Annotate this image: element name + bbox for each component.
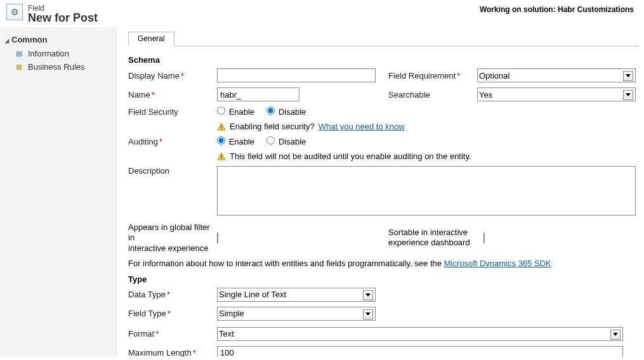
schema-heading: Schema (128, 55, 639, 65)
sidebar-item-label: Information (28, 49, 69, 58)
format-select[interactable]: Text (217, 327, 623, 341)
auditing-label: Auditing* (128, 137, 217, 146)
sortable-dashboard-label: Sortable in interactive experience dashb… (388, 228, 483, 248)
field-requirement-select[interactable]: Optional (477, 68, 636, 82)
field-type-label: Field Type* (128, 309, 217, 318)
warning-icon (217, 152, 226, 161)
svg-rect-4 (221, 155, 221, 157)
security-note-link[interactable]: What you need to know (319, 122, 405, 131)
auditing-disable[interactable]: Disable (266, 136, 306, 146)
name-input[interactable] (217, 87, 299, 101)
description-label: Description (128, 166, 217, 176)
data-type-select[interactable]: Single Line of Text (217, 288, 376, 302)
type-heading: Type (128, 274, 639, 284)
field-requirement-label: Field Requirement* (388, 71, 477, 80)
svg-rect-2 (221, 128, 221, 129)
field-security-disable[interactable]: Disable (266, 106, 306, 117)
sidebar-item-label: Business Rules (28, 62, 85, 72)
left-sidebar: Common ▤ Information ▦ Business Rules (0, 27, 117, 357)
tab-strip: General (128, 31, 639, 46)
data-type-label: Data Type* (128, 290, 217, 299)
warning-icon (217, 122, 226, 131)
display-name-input[interactable] (217, 68, 376, 82)
sidebar-item-business-rules[interactable]: ▦ Business Rules (0, 60, 116, 74)
name-label: Name* (128, 90, 217, 100)
appears-filter-checkbox[interactable] (217, 233, 218, 243)
field-type-select[interactable]: Simple (217, 307, 376, 321)
auditing-note-text: This field will not be audited until you… (230, 151, 471, 161)
description-textarea[interactable] (217, 166, 636, 215)
sidebar-item-information[interactable]: ▤ Information (0, 47, 116, 60)
sortable-dashboard-checkbox[interactable] (483, 233, 485, 243)
auditing-enable[interactable]: Enable (217, 136, 254, 146)
searchable-select[interactable]: Yes (477, 87, 636, 101)
searchable-label: Searchable (388, 90, 477, 100)
field-security-label: Field Security (128, 107, 217, 117)
svg-rect-5 (221, 158, 221, 158)
max-length-input[interactable] (217, 346, 623, 357)
sdk-note: For information about how to interact wi… (128, 259, 639, 268)
display-name-label: Display Name* (128, 71, 217, 80)
rules-icon: ▦ (14, 63, 24, 72)
max-length-label: Maximum Length* (128, 348, 217, 357)
tab-general[interactable]: General (128, 32, 174, 46)
appears-filter-label: Appears in global filter in interactive … (128, 222, 217, 254)
format-label: Format* (128, 329, 217, 338)
solution-context: Working on solution: Habr Customizations (480, 4, 638, 14)
svg-rect-1 (221, 125, 221, 127)
page-title: New for Post (28, 11, 98, 25)
field-security-enable[interactable]: Enable (217, 106, 254, 117)
field-header-icon: ⚙ (6, 4, 23, 20)
page-icon: ▤ (14, 49, 24, 58)
sidebar-section-common[interactable]: Common (0, 32, 116, 47)
security-note-text: Enabling field security? (230, 122, 315, 131)
sdk-link[interactable]: Microsoft Dynamics 365 SDK (444, 259, 551, 268)
